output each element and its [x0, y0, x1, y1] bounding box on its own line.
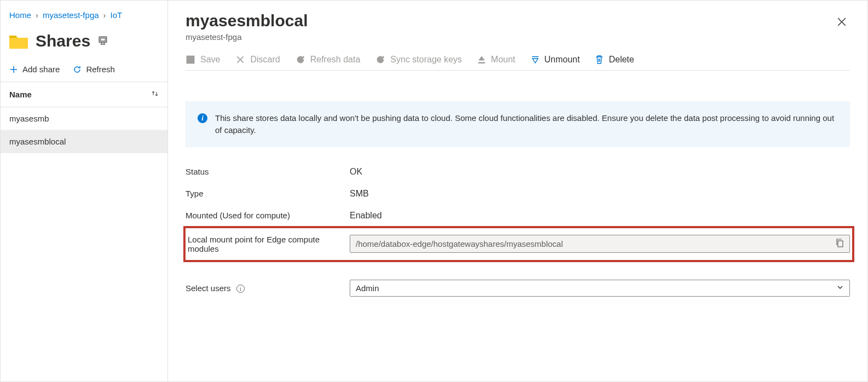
info-inline-icon[interactable]: i — [236, 285, 245, 293]
discard-label: Discard — [250, 55, 280, 65]
detail-subtitle: myasetest-fpga — [186, 32, 850, 42]
type-label: Type — [186, 189, 350, 198]
sort-icon[interactable] — [151, 90, 159, 99]
prop-status: Status OK — [186, 167, 850, 177]
refresh-label: Refresh — [86, 65, 115, 74]
left-panel: Home › myasetest-fpga › IoT Shares — [1, 1, 168, 381]
delete-label: Delete — [609, 55, 634, 65]
select-users-label-text: Select users — [186, 283, 231, 293]
mount-point-value: /home/databox-edge/hostgatewayshares/mya… — [356, 239, 563, 248]
select-users-label: Select users i — [186, 283, 350, 293]
add-share-button[interactable]: Add share — [9, 65, 60, 74]
mount-point-label: Local mount point for Edge compute modul… — [186, 235, 350, 253]
prop-select-users: Select users i Admin — [186, 280, 850, 297]
breadcrumb-trailing[interactable]: IoT — [111, 10, 123, 20]
add-share-label: Add share — [22, 65, 60, 74]
select-users-dropdown[interactable]: Admin — [350, 280, 850, 297]
close-button[interactable] — [837, 17, 847, 28]
properties: Status OK Type SMB Mounted (Used for com… — [186, 167, 850, 297]
status-label: Status — [186, 167, 350, 176]
save-label: Save — [200, 55, 220, 65]
detail-panel: myasesmblocal myasetest-fpga Save Discar… — [168, 1, 867, 381]
chevron-down-icon — [836, 283, 844, 293]
left-commands: Add share Refresh — [1, 61, 167, 82]
status-value: OK — [350, 167, 850, 177]
breadcrumb-sep-icon: › — [103, 10, 106, 20]
pin-icon[interactable] — [98, 36, 108, 47]
select-users-value: Admin — [356, 283, 379, 293]
unmount-button[interactable]: Unmount — [531, 55, 580, 65]
refresh-data-label: Refresh data — [310, 55, 361, 65]
mounted-value: Enabled — [350, 211, 850, 221]
refresh-data-button: Refresh data — [296, 55, 361, 65]
share-row[interactable]: myasesmb — [1, 107, 167, 130]
save-button: Save — [186, 55, 220, 65]
col-name: Name — [9, 90, 32, 99]
sync-keys-label: Sync storage keys — [390, 55, 462, 65]
info-icon: i — [198, 113, 207, 123]
detail-toolbar: Save Discard Refresh data Sync storage k… — [186, 55, 850, 71]
type-value: SMB — [350, 189, 850, 199]
svg-rect-3 — [838, 241, 843, 247]
breadcrumb-resource[interactable]: myasetest-fpga — [43, 10, 99, 20]
svg-rect-1 — [101, 38, 106, 41]
page-title: Shares — [36, 32, 90, 50]
mount-button: Mount — [477, 55, 515, 65]
detail-title: myasesmblocal — [186, 11, 850, 30]
breadcrumb-home[interactable]: Home — [9, 10, 31, 20]
copy-icon[interactable] — [836, 239, 844, 249]
breadcrumb: Home › myasetest-fpga › IoT — [1, 6, 167, 27]
info-banner: i This share stores data locally and won… — [186, 101, 850, 147]
delete-button[interactable]: Delete — [595, 55, 634, 65]
mount-point-field: /home/databox-edge/hostgatewayshares/mya… — [350, 235, 850, 253]
prop-mounted: Mounted (Used for compute) Enabled — [186, 211, 850, 221]
mounted-label: Mounted (Used for compute) — [186, 211, 350, 220]
breadcrumb-sep-icon: › — [36, 10, 38, 20]
sync-keys-button: Sync storage keys — [375, 55, 462, 65]
unmount-label: Unmount — [545, 55, 580, 65]
discard-button: Discard — [235, 55, 280, 65]
share-row[interactable]: myasesmblocal — [1, 130, 167, 153]
prop-type: Type SMB — [186, 189, 850, 199]
prop-mount-point: Local mount point for Edge compute modul… — [183, 226, 854, 262]
info-text: This share stores data locally and won't… — [215, 112, 838, 136]
left-header: Shares — [1, 27, 167, 61]
folder-icon — [9, 33, 28, 49]
refresh-button[interactable]: Refresh — [73, 65, 115, 74]
list-header[interactable]: Name — [1, 82, 167, 107]
mount-label: Mount — [491, 55, 515, 65]
